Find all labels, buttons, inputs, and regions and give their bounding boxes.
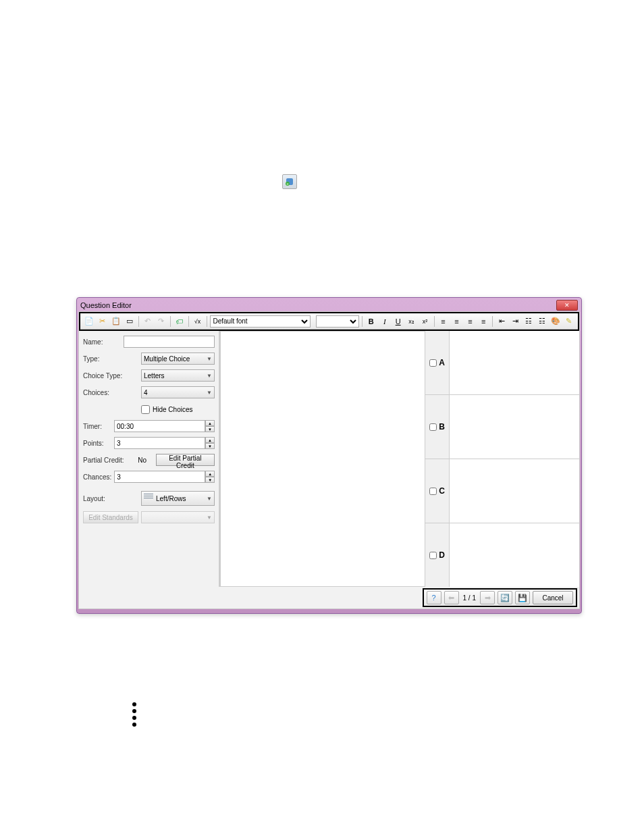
titlebar[interactable]: Question Editor ✕ [78, 299, 580, 311]
prev-button: ⬅ [444, 591, 459, 604]
type-select[interactable]: Multiple Choice▼ [141, 353, 215, 365]
timer-down[interactable]: ▼ [205, 426, 215, 432]
name-label: Name: [83, 338, 121, 346]
timer-up[interactable]: ▲ [205, 420, 215, 426]
cut-icon[interactable]: ✂ [97, 315, 109, 328]
paste-icon[interactable]: 📋 [110, 315, 122, 328]
palette-icon[interactable]: 🎨 [549, 315, 562, 328]
properties-panel: Name: Type: Multiple Choice▼ Choice Type… [79, 331, 219, 587]
bold-button[interactable]: B [365, 315, 377, 328]
choice-c-checkbox[interactable] [429, 488, 437, 495]
choice-d-text[interactable] [450, 523, 579, 587]
choice-d-checkbox[interactable] [429, 552, 437, 559]
partial-value: No [138, 457, 153, 464]
paste-special-icon[interactable]: ▭ [124, 315, 136, 328]
points-label: Points: [83, 440, 111, 447]
question-text-area[interactable] [220, 331, 425, 587]
toolbar: 📄 ✂ 📋 ▭ ↶ ↷ 🏷 √x Default font B I U [80, 313, 578, 330]
bullet-list [132, 702, 136, 727]
layout-icon [144, 494, 153, 503]
choice-c-text[interactable] [450, 459, 579, 523]
standards-select: ▼ [141, 511, 215, 523]
undo-icon[interactable]: ↶ [142, 315, 154, 328]
choices-label: Choices: [83, 389, 138, 396]
choice-d-label: D [439, 550, 445, 560]
choice-a-text[interactable] [450, 331, 579, 394]
indent-icon[interactable]: ⇥ [509, 315, 521, 328]
redo-icon[interactable]: ↷ [155, 315, 167, 328]
align-center-icon[interactable]: ≡ [450, 315, 462, 328]
refresh-button[interactable]: 🔄 [498, 591, 512, 604]
save-button[interactable]: 💾 [515, 591, 530, 604]
align-justify-icon[interactable]: ≡ [477, 315, 489, 328]
timer-label: Timer: [83, 423, 111, 430]
numbered-list-icon[interactable]: ☷ [522, 315, 535, 328]
choice-a-label: A [439, 358, 445, 367]
page-indicator: 1 / 1 [462, 594, 477, 602]
outdent-icon[interactable]: ⇤ [495, 315, 508, 328]
subscript-button[interactable]: x₂ [406, 315, 418, 328]
edit-standards-button: Edit Standards [83, 511, 138, 523]
italic-button[interactable]: I [379, 315, 391, 328]
name-input[interactable] [124, 336, 215, 348]
choicetype-label: Choice Type: [83, 372, 138, 380]
choice-b-label: B [439, 422, 445, 432]
bullet-list-icon[interactable]: ☷ [536, 315, 548, 328]
next-button: ➡ [480, 591, 495, 604]
add-question-icon: + [282, 174, 297, 189]
chances-input[interactable] [114, 471, 205, 483]
timer-input[interactable] [114, 420, 205, 432]
choice-b-checkbox[interactable] [429, 423, 437, 431]
layout-select[interactable]: Left/Rows ▼ [141, 491, 215, 506]
align-left-icon[interactable]: ≡ [437, 315, 450, 328]
copy-icon[interactable]: 📄 [83, 315, 95, 328]
help-button[interactable]: ? [427, 591, 441, 604]
choice-c-label: C [439, 486, 445, 496]
underline-button[interactable]: U [392, 315, 404, 328]
chances-label: Chances: [83, 473, 111, 481]
chances-down[interactable]: ▼ [205, 477, 215, 483]
tag-icon[interactable]: 🏷 [173, 315, 186, 328]
chances-up[interactable]: ▲ [205, 471, 215, 477]
superscript-button[interactable]: x² [419, 315, 431, 328]
question-editor-dialog: Question Editor ✕ 📄 ✂ 📋 ▭ ↶ ↷ 🏷 √x Defau… [76, 297, 582, 614]
svg-text:+: + [286, 182, 289, 186]
cancel-button[interactable]: Cancel [533, 591, 573, 604]
type-label: Type: [83, 355, 138, 363]
edit-partial-credit-button[interactable]: Edit Partial Credit [156, 454, 215, 466]
highlighter-icon[interactable]: ✎ [563, 315, 575, 328]
partial-label: Partial Credit: [83, 457, 135, 464]
dialog-title: Question Editor [80, 301, 556, 309]
points-up[interactable]: ▲ [205, 437, 215, 443]
close-button[interactable]: ✕ [556, 300, 578, 311]
footer-nav: ? ⬅ 1 / 1 ➡ 🔄 💾 Cancel [423, 588, 577, 607]
font-select[interactable]: Default font [210, 315, 311, 328]
equation-icon[interactable]: √x [192, 315, 204, 328]
fontsize-select[interactable] [316, 315, 359, 328]
layout-label: Layout: [83, 495, 138, 502]
choice-b-text[interactable] [450, 395, 579, 459]
choice-a-checkbox[interactable] [429, 359, 437, 367]
choices-select[interactable]: 4▼ [141, 386, 215, 398]
align-right-icon[interactable]: ≡ [464, 315, 476, 328]
points-input[interactable] [114, 437, 205, 449]
hide-choices-checkbox[interactable]: Hide Choices [141, 405, 192, 414]
choicetype-select[interactable]: Letters▼ [141, 369, 215, 382]
points-down[interactable]: ▼ [205, 443, 215, 449]
